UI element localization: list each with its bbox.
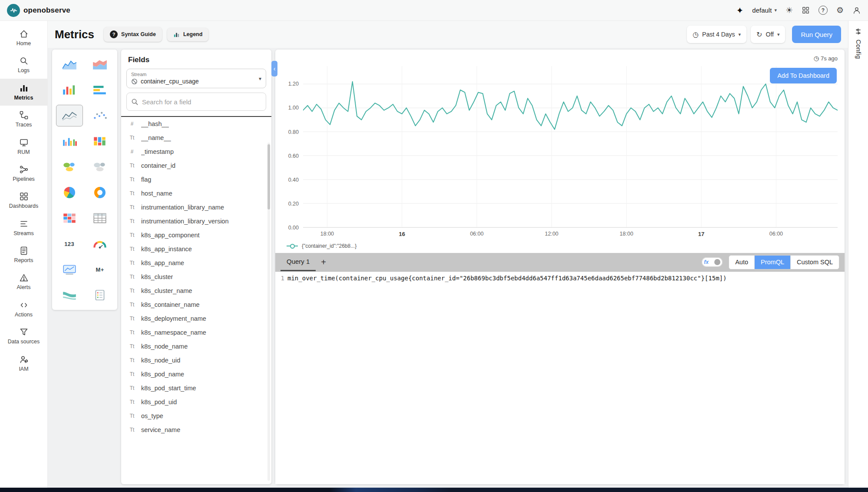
chevron-down-icon: ▾ [774,7,777,13]
query-code[interactable]: min_over_time(container_cpu_usage{contai… [287,275,733,484]
field-item[interactable]: Ttk8s_app_component [121,228,271,242]
sidebar-item-alerts[interactable]: Alerts [0,268,47,295]
chart-type-grouped-bar[interactable] [56,130,83,152]
page-header: Metrics ? Syntax Guide Legend ◷ Past 4 D… [48,21,848,48]
sidebar-item-home[interactable]: Home [0,24,47,51]
field-item[interactable]: Ttk8s_node_uid [121,353,271,367]
sidebar-item-iam[interactable]: IAM [0,350,47,377]
chart-type-line[interactable] [56,105,83,126]
fields-scrollbar-thumb[interactable] [267,144,270,209]
field-item[interactable]: Ttinstrumentation_library_name [121,200,271,214]
theme-toggle-icon[interactable]: ☀ [785,5,793,15]
field-item[interactable]: #_timestamp [121,145,271,159]
field-item[interactable]: Tthost_name [121,186,271,200]
legend-button[interactable]: Legend [167,28,208,41]
chart-panel: ‹ ◷ 7s ago Add To Dashboard 0.000.200.40… [275,50,845,484]
sidebar-item-pipelines[interactable]: Pipelines [0,160,47,187]
collapse-fields-handle[interactable]: ‹ [271,61,277,76]
line-number: 1 [275,275,287,484]
sidebar-item-metrics[interactable]: Metrics [0,79,47,106]
sidebar-item-streams[interactable]: Streams [0,214,47,241]
chart-legend[interactable]: {"container_id":"26b8...} [279,239,838,253]
field-search-box[interactable] [126,93,266,111]
chart-type-horizontal-bar[interactable] [87,79,114,101]
field-item[interactable]: Ttk8s_cluster [121,270,271,284]
apps-grid-icon[interactable] [802,6,810,14]
field-item[interactable]: Ttk8s_pod_name [121,367,271,381]
sidebar-item-dashboards[interactable]: Dashboards [0,187,47,214]
help-icon[interactable]: ? [818,6,828,15]
sidebar-item-rum[interactable]: RUM [0,133,47,160]
chart-type-donut[interactable] [87,182,114,203]
mode-auto-button[interactable]: Auto [729,256,754,269]
chart-type-metric-panel[interactable] [56,259,83,280]
field-item[interactable]: Ttk8s_app_name [121,256,271,270]
org-selector[interactable]: default ▾ [752,7,777,14]
sidebar-item-reports[interactable]: Reports [0,241,47,268]
chart-type-heatmap[interactable] [56,207,83,229]
plot-canvas[interactable] [303,66,838,228]
field-item[interactable]: Ttk8s_pod_start_time [121,381,271,395]
field-item[interactable]: Ttk8s_pod_uid [121,395,271,409]
chart-type-gauge[interactable] [87,233,114,255]
field-item[interactable]: Ttflag [121,173,271,186]
add-to-dashboard-button[interactable]: Add To Dashboard [770,68,837,83]
field-search-input[interactable] [142,98,261,106]
settings-gear-icon[interactable]: ⚙ [836,5,844,15]
chart-type-pie[interactable] [56,182,83,203]
chart-type-area[interactable] [56,53,83,75]
field-item[interactable]: #__hash__ [121,117,271,131]
vrl-function-toggle[interactable]: fx [702,257,723,267]
chart-type-stacked-area[interactable] [87,53,114,75]
chart-type-maps[interactable] [87,156,114,178]
chart-type-stacked-bar[interactable] [87,130,114,152]
text-field-icon: Tt [127,399,137,405]
chart-type-markdown[interactable]: M+ [87,259,114,280]
x-axis-label: 17 [698,231,704,237]
series-marker-icon [287,246,298,246]
chart-type-bar[interactable] [56,79,83,101]
field-item[interactable]: Ttk8s_app_instance [121,242,271,256]
field-item[interactable]: Ttk8s_container_name [121,298,271,312]
query-editor[interactable]: 1 min_over_time(container_cpu_usage{cont… [275,271,845,484]
chart-type-metric-text[interactable]: 123 [56,233,83,255]
profile-icon[interactable] [852,6,861,15]
field-item[interactable]: Ttk8s_namespace_name [121,326,271,339]
run-query-button[interactable]: Run Query [792,26,841,43]
text-field-icon: Tt [127,427,137,433]
config-panel-icon[interactable] [855,28,862,35]
sidebar-item-data-sources[interactable]: Data sources [0,322,47,349]
add-query-button[interactable]: + [321,258,326,266]
field-item[interactable]: Ttcontainer_id [121,159,271,173]
field-item[interactable]: Ttservice_name [121,423,271,437]
chart-type-custom[interactable] [87,284,114,306]
field-item[interactable]: Ttk8s_node_name [121,339,271,353]
config-tab-label[interactable]: Config [855,40,862,59]
tab-query-1[interactable]: Query 1 [281,253,316,271]
text-field-icon: Tt [127,274,137,280]
field-item[interactable]: Ttinstrumentation_library_version [121,214,271,228]
ai-assistant-icon[interactable]: ✦ [736,5,744,16]
text-field-icon: Tt [127,413,137,419]
chart-type-sankey[interactable] [56,284,83,306]
field-item[interactable]: Ttos_type [121,409,271,423]
auto-refresh-selector[interactable]: ↻ Off ▾ [751,26,785,43]
mode-custom-sql-button[interactable]: Custom SQL [790,256,839,269]
syntax-guide-button[interactable]: ? Syntax Guide [104,27,162,42]
x-axis-label: 18:00 [320,231,334,237]
field-item[interactable]: Ttk8s_deployment_name [121,312,271,326]
streams-lines-icon [19,219,29,229]
field-item[interactable]: Tt__name__ [121,131,271,145]
chart-type-table[interactable] [87,207,114,229]
sidebar-item-actions[interactable]: Actions [0,296,47,322]
sidebar-item-traces[interactable]: Traces [0,106,47,133]
stream-selector[interactable]: Stream container_cpu_usage ▾ [126,69,266,88]
time-range-selector[interactable]: ◷ Past 4 Days ▾ [687,26,746,43]
field-name: _timestamp [141,148,174,155]
chart-type-scatter[interactable] [87,105,114,126]
sidebar-item-logs[interactable]: Logs [0,51,47,78]
field-item[interactable]: Ttk8s_cluster_name [121,284,271,298]
field-name: k8s_cluster_name [141,287,192,294]
chart-type-geomap[interactable] [56,156,83,178]
mode-promql-button[interactable]: PromQL [754,256,790,269]
